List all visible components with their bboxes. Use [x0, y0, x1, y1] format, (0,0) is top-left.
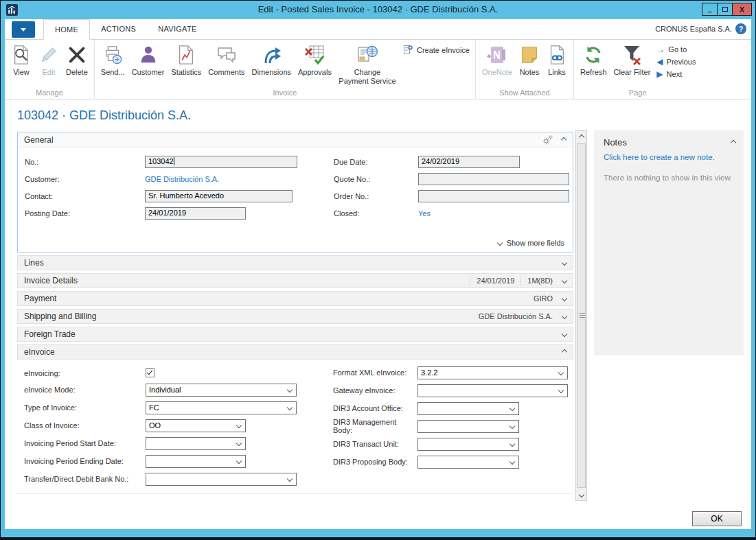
customer-link[interactable]: GDE Distribución S.A.: [145, 175, 219, 183]
show-more-fields[interactable]: Show more fields: [498, 239, 564, 247]
onenote-button-label: OneNote: [482, 68, 512, 77]
dir3-management-label: DIR3 Management Body:: [333, 418, 417, 434]
approvals-button[interactable]: Approvals: [295, 41, 335, 77]
scroll-down-button[interactable]: [576, 489, 586, 500]
notes-button-label: Notes: [520, 68, 540, 77]
application-menu-button[interactable]: [12, 21, 35, 38]
create-einvoice-button[interactable]: Create eInvoice: [400, 43, 472, 57]
summary-payment-terms: 1M(8D): [527, 277, 553, 285]
gateway-select[interactable]: [417, 384, 568, 397]
contact-input[interactable]: Sr. Humberto Acevedo: [145, 190, 293, 202]
order-no-label: Order No.:: [334, 192, 418, 200]
due-date-label: Due Date:: [334, 158, 418, 166]
edit-button[interactable]: Edit: [35, 41, 62, 77]
order-no-input[interactable]: [418, 190, 569, 202]
collapse-general-icon[interactable]: [561, 137, 566, 143]
chevron-down-icon: [236, 422, 242, 427]
dir3-account-select[interactable]: [417, 402, 519, 415]
collapse-notes-icon[interactable]: [731, 139, 736, 145]
fasttab-foreign-trade[interactable]: Foreign Trade: [17, 327, 573, 342]
chevron-down-icon: [287, 404, 293, 410]
ok-button[interactable]: OK: [692, 511, 742, 526]
class-of-invoice-select[interactable]: OO: [146, 419, 246, 432]
help-icon[interactable]: ?: [735, 23, 746, 34]
clear-filter-funnel-icon: [621, 43, 643, 67]
previous-button[interactable]: ◀ Previous: [654, 56, 698, 68]
statistics-button[interactable]: Statistics: [168, 41, 205, 77]
ribbon-group-label-manage: Manage: [8, 88, 91, 99]
field-row-quote-no: Quote No.:: [334, 170, 571, 187]
field-row-dir3-account: DIR3 Account Office:: [333, 399, 570, 417]
change-payment-service-button[interactable]: Change Payment Service: [335, 41, 400, 86]
splitter-grip-icon: [580, 313, 585, 319]
maximize-button[interactable]: [717, 3, 733, 16]
type-of-invoice-label: Type of Invoice:: [24, 403, 146, 412]
create-note-link[interactable]: Click here to create a new note.: [594, 150, 744, 164]
send-button[interactable]: Send...: [98, 41, 128, 77]
field-row-no: No.: 103042: [25, 153, 327, 170]
dimensions-arrows-icon: [260, 43, 282, 67]
period-start-select[interactable]: [146, 437, 246, 450]
fasttab-payment[interactable]: Payment GIRO: [17, 291, 573, 306]
fasttab-payment-label: Payment: [24, 294, 534, 303]
scrollbar-thumb[interactable]: [577, 143, 586, 488]
einvoicing-checkbox[interactable]: [146, 368, 154, 377]
fasttab-general-header[interactable]: General: [18, 132, 573, 148]
previous-arrow-icon: ◀: [656, 57, 663, 67]
customer-button-label: Customer: [132, 68, 165, 77]
fasttab-einvoice-content: eInvoicing: eInvoice Mode: Individual Ty…: [17, 361, 573, 494]
no-input[interactable]: 103042: [145, 156, 297, 168]
dimensions-button[interactable]: Dimensions: [249, 41, 295, 77]
clear-filter-button[interactable]: Clear Filter: [610, 41, 654, 77]
tab-home[interactable]: HOME: [43, 19, 90, 40]
closed-value-link[interactable]: Yes: [418, 209, 431, 218]
customize-gear-icon[interactable]: [542, 135, 553, 145]
titlebar: Edit - Posted Sales Invoice - 103042 · G…: [1, 1, 755, 19]
goto-button[interactable]: → Go to: [654, 43, 698, 56]
links-button[interactable]: Links: [543, 41, 571, 77]
view-button[interactable]: View: [8, 41, 35, 77]
closed-label: Closed:: [334, 209, 418, 218]
field-row-einvoice-mode: eInvoice Mode: Individual: [24, 381, 326, 399]
fasttab-einvoice-header[interactable]: eInvoice: [17, 344, 573, 360]
comments-button[interactable]: Comments: [205, 41, 248, 77]
divider: [520, 277, 521, 285]
fasttab-lines[interactable]: Lines: [17, 255, 573, 270]
minimize-button[interactable]: –: [702, 3, 718, 16]
refresh-button[interactable]: Refresh: [577, 41, 610, 77]
scroll-up-button[interactable]: [576, 132, 586, 142]
period-start-label: Invoicing Period Start Date:: [24, 439, 146, 447]
einvoice-mode-select[interactable]: Individual: [146, 384, 297, 397]
dir3-transact-select[interactable]: [417, 438, 519, 451]
quote-no-input[interactable]: [418, 173, 569, 185]
vertical-scrollbar[interactable]: [575, 130, 587, 501]
format-xml-select[interactable]: 3.2.2: [417, 366, 568, 379]
customer-button[interactable]: Customer: [128, 41, 168, 77]
ribbon-group-label-invoice: Invoice: [98, 88, 472, 99]
field-row-dir3-management: DIR3 Management Body:: [333, 417, 570, 435]
period-end-select[interactable]: [146, 455, 246, 468]
type-of-invoice-select[interactable]: FC: [146, 401, 297, 414]
notes-button[interactable]: Notes: [516, 41, 543, 77]
due-date-input[interactable]: 24/02/2019: [418, 156, 520, 168]
dir3-proposing-select[interactable]: [417, 456, 519, 469]
debit-bank-select[interactable]: [146, 473, 297, 486]
tab-actions[interactable]: ACTIONS: [90, 19, 147, 40]
fasttab-lines-label: Lines: [24, 258, 553, 268]
fasttab-invoice-details[interactable]: Invoice Details 24/01/2019 1M(8D): [17, 273, 573, 288]
delete-x-icon: [67, 43, 87, 67]
tab-navigate[interactable]: NAVIGATE: [147, 19, 207, 40]
next-button[interactable]: ▶ Next: [654, 68, 698, 80]
fasttab-shipping-billing[interactable]: Shipping and Billing GDE Distribución S.…: [17, 309, 573, 324]
chevron-down-icon: [236, 440, 242, 445]
posting-date-input[interactable]: 24/01/2019: [145, 207, 246, 220]
customer-label: Customer:: [25, 175, 145, 183]
onenote-button[interactable]: OneNote: [479, 41, 516, 77]
ribbon-group-manage: View Edit Delete Manag: [5, 40, 95, 99]
close-button[interactable]: X: [732, 3, 752, 16]
debit-bank-label: Transfer/Direct Debit Bank No.:: [24, 475, 146, 483]
fasttab-summary: 24/01/2019 1M(8D): [463, 277, 553, 285]
chevron-down-icon: [287, 386, 293, 392]
delete-button[interactable]: Delete: [62, 41, 91, 77]
dir3-management-select[interactable]: [417, 420, 519, 433]
